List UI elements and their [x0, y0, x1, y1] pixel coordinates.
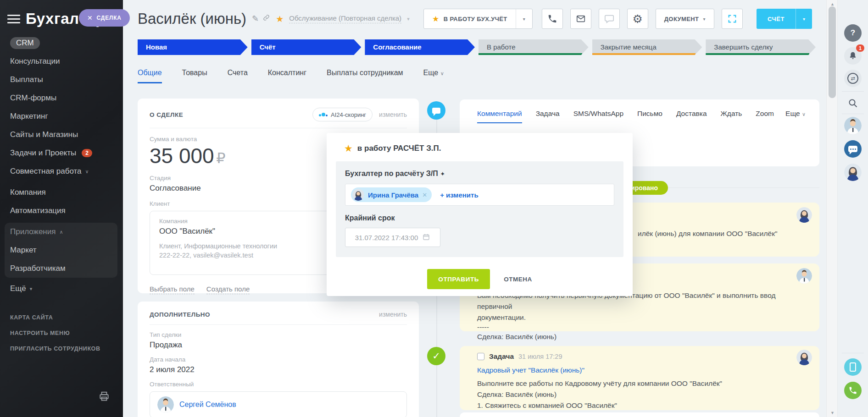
sidebar-item-consultations[interactable]: Консультации [10, 52, 117, 71]
sidebar-item-sites[interactable]: Сайты и Магазины [10, 126, 117, 144]
sidebar-link-invite[interactable]: ПРИГЛАСИТЬ СОТРУДНИКОВ [10, 341, 117, 357]
close-icon[interactable]: ✕ [87, 14, 93, 22]
create-field-link[interactable]: Создать поле [206, 285, 250, 294]
caret-down-icon: ▾ [30, 286, 33, 292]
group-chat-button[interactable] [844, 140, 862, 158]
hamburger-icon[interactable] [7, 15, 20, 26]
extra-edit-link[interactable]: изменить [379, 311, 407, 318]
scroll-down-icon[interactable]: ▼ [827, 411, 838, 415]
cancel-button[interactable]: ОТМЕНА [504, 276, 532, 283]
recent-user-1[interactable] [844, 117, 862, 134]
gear-icon: ⚙ [632, 13, 642, 25]
select-field-link[interactable]: Выбрать поле [150, 285, 195, 294]
page-scrollbar[interactable]: ▲ ▼ [826, 0, 838, 417]
tl-tab-zoom[interactable]: Zoom [756, 110, 774, 123]
tl-tab-wait[interactable]: Ждать [721, 110, 742, 123]
avatar [352, 189, 364, 201]
invoice-button[interactable]: СЧЁТ [757, 9, 796, 29]
help-button[interactable]: ? [844, 24, 862, 42]
tl-tab-task[interactable]: Задача [536, 110, 560, 123]
chat-button[interactable] [599, 9, 620, 29]
sidebar-item-market[interactable]: Маркет [10, 241, 117, 259]
sidebar-item-more[interactable]: Ещё▾ [10, 280, 117, 298]
tab-general[interactable]: Общие [138, 69, 162, 83]
about-edit-link[interactable]: изменить [379, 111, 407, 118]
sidebar-item-payouts[interactable]: Выплаты [10, 71, 117, 89]
tab-invoices[interactable]: Счета [228, 69, 248, 83]
call-button[interactable] [542, 9, 563, 29]
sidebar-item-marketing[interactable]: Маркетинг [10, 107, 117, 126]
timeline-entry-3[interactable]: Задача 31 июля 17:29 Кадровый учет "Васи… [460, 346, 819, 410]
stage-month-close[interactable]: Закрытие месяца [592, 39, 702, 55]
deal-overlay-badge[interactable]: ✕ СДЕЛКА [79, 9, 130, 27]
responsible-name-link[interactable]: Сергей Семёнов [179, 401, 236, 409]
sidebar-link-sitemap[interactable]: КАРТА САЙТА [10, 310, 117, 325]
tab-more[interactable]: Еще ∨ [423, 69, 444, 83]
tab-employee-payouts[interactable]: Выплаты сотрудникам [327, 69, 403, 83]
deal-category-selector[interactable]: Обслуживание (Повторная сделка) [289, 14, 401, 23]
assignee-field[interactable]: Ирина Грачёва ✕ + изменить [345, 184, 614, 206]
sidebar-item-tasks[interactable]: Задачи и Проекты2 [10, 144, 117, 162]
entry-deal-line: Сделка: Василёк (июнь) [477, 389, 722, 400]
task-title-link[interactable]: Кадровый учет "Василёк (июнь)" [477, 366, 722, 374]
tl-tab-sms[interactable]: SMS/WhatsApp [573, 110, 623, 123]
sidebar-link-configure-menu[interactable]: НАСТРОИТЬ МЕНЮ [10, 325, 117, 341]
notifications-button[interactable]: 1 [844, 47, 862, 65]
fullscreen-button[interactable] [722, 9, 743, 29]
sidebar-item-crm[interactable]: CRM [10, 34, 117, 52]
support-button[interactable]: ⇄ [844, 70, 862, 87]
sidebar-item-collaboration[interactable]: Совместная работа∨ [10, 162, 117, 181]
tl-tab-letter[interactable]: Письмо [637, 110, 662, 123]
tab-consulting[interactable]: Консалтинг [268, 69, 306, 83]
entry-date: 31 июля 17:29 [518, 353, 562, 360]
sidebar-item-automation[interactable]: Автоматизация [10, 202, 117, 220]
stage-in-progress[interactable]: В работе [479, 39, 589, 55]
tl-tab-delivery[interactable]: Доставка [676, 110, 707, 123]
sidebar-item-apps[interactable]: Приложения∧ [10, 223, 117, 241]
deadline-input[interactable]: 31.07.2022 17:43:00 [345, 228, 440, 247]
submit-button[interactable]: ОТПРАВИТЬ [427, 269, 490, 289]
invoice-dropdown-arrow[interactable]: ▾ [796, 9, 812, 29]
caret-down-icon[interactable]: ▾ [407, 16, 410, 22]
tl-tab-more[interactable]: Еще ∨ [785, 110, 806, 122]
mobile-app-button[interactable] [844, 358, 862, 376]
recent-user-2[interactable] [844, 164, 862, 181]
email-button[interactable] [570, 9, 591, 29]
workflow-button[interactable]: ★ В РАБОТУ БУХ.УЧЁТ [424, 9, 516, 28]
sidebar-item-developers[interactable]: Разработчикам [10, 259, 117, 278]
category-star-icon: ★ [276, 14, 284, 24]
printer-icon[interactable] [98, 390, 110, 404]
sparkle-icon: ✦ [440, 170, 445, 177]
sidebar: Бухгалтер CRM Консультации Выплаты CRM-ф… [0, 0, 123, 417]
assignee-chip[interactable]: Ирина Грачёва ✕ [351, 187, 432, 202]
star-icon: ★ [344, 143, 353, 154]
settings-button[interactable]: ⚙ [627, 9, 648, 29]
ai-scoring-badge[interactable]: AI24-скоринг [312, 108, 373, 121]
workflow-button-group: ★ В РАБОТУ БУХ.УЧЁТ ▾ [423, 9, 533, 29]
change-assignee-link[interactable]: + изменить [440, 191, 479, 199]
sidebar-item-crm-forms[interactable]: CRM-формы [10, 89, 117, 107]
stage-new[interactable]: Новая [138, 39, 248, 55]
stage-approval[interactable]: Согласование [365, 39, 475, 55]
avatar [796, 350, 812, 365]
document-button[interactable]: ДОКУМЕНТ ▾ [656, 9, 714, 28]
tab-products[interactable]: Товары [182, 69, 207, 83]
stage-invoice[interactable]: Счёт [251, 39, 362, 55]
calendar-icon[interactable] [422, 233, 430, 242]
avatar [796, 268, 812, 284]
stage-finish-deal[interactable]: Завершить сделку [706, 39, 816, 55]
task-check-icon: ✓ [427, 347, 445, 365]
copy-link-icon[interactable] [262, 14, 270, 24]
right-rail: ? 1 ⇄ [838, 0, 868, 417]
remove-assignee-icon[interactable]: ✕ [422, 192, 427, 198]
task-checkbox[interactable] [477, 353, 484, 360]
scroll-up-icon[interactable]: ▲ [827, 2, 838, 6]
app-window: Бухгалтер CRM Консультации Выплаты CRM-ф… [0, 0, 868, 417]
edit-title-icon[interactable]: ✎ [252, 14, 259, 24]
tl-tab-comment[interactable]: Комментарий [477, 110, 522, 123]
telephony-button[interactable] [844, 382, 862, 399]
workflow-dropdown-arrow[interactable]: ▾ [516, 9, 532, 28]
search-button[interactable] [844, 94, 862, 112]
sidebar-item-company[interactable]: Компания [10, 183, 117, 202]
scrollbar-thumb[interactable] [829, 6, 836, 98]
